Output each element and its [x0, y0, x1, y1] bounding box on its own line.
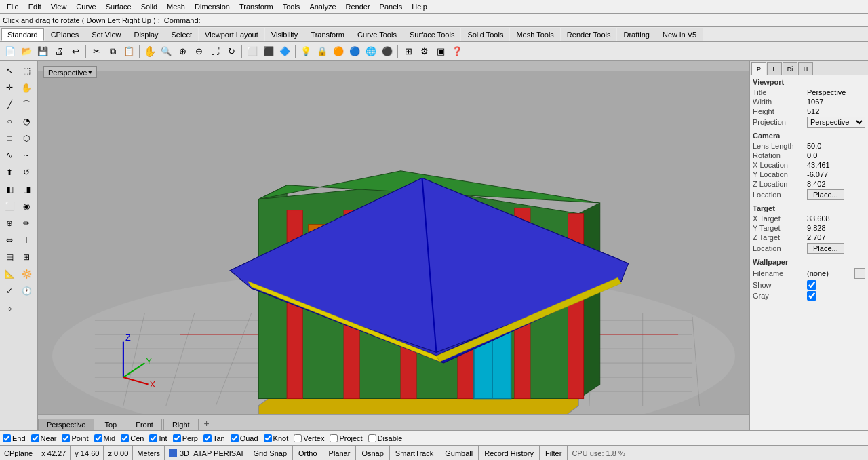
vp-tab-add[interactable]: +: [200, 417, 214, 430]
tb-rotate[interactable]: ↻: [224, 44, 239, 59]
tb-undo[interactable]: ↩: [68, 44, 83, 59]
grid-snap-btn[interactable]: Grid Snap: [248, 446, 294, 460]
vp-tab-perspective[interactable]: Perspective: [38, 419, 94, 430]
menu-mesh[interactable]: Mesh: [163, 2, 189, 12]
tb-shade-opt[interactable]: 🟠: [331, 44, 346, 59]
tab-drafting[interactable]: Drafting: [617, 28, 656, 41]
layer-indicator[interactable]: 3D_ATAP PERISAI: [165, 446, 248, 460]
osnap-tan[interactable]: Tan: [203, 434, 225, 442]
lt-revolve[interactable]: ↺: [18, 164, 35, 180]
panel-tab-properties[interactable]: P: [751, 62, 766, 75]
lt-surface1[interactable]: ◧: [1, 181, 18, 197]
lt-rect[interactable]: □: [1, 130, 18, 147]
tab-new-in-v5[interactable]: New in V5: [656, 28, 703, 41]
tb-open[interactable]: 📂: [19, 44, 34, 59]
tb-save[interactable]: 💾: [35, 44, 50, 59]
menu-view[interactable]: View: [47, 2, 71, 12]
osnap-quad-cb[interactable]: [231, 434, 239, 442]
prop-filename-browse-btn[interactable]: …: [854, 268, 865, 279]
osnap-disable-cb[interactable]: [368, 434, 376, 442]
lt-misc[interactable]: ⬦: [1, 300, 18, 316]
lt-freeform[interactable]: ~: [18, 147, 35, 164]
tb-wireframe[interactable]: ⬜: [245, 44, 260, 59]
osnap-quad[interactable]: Quad: [231, 434, 258, 442]
lt-select[interactable]: ↖: [1, 62, 18, 79]
osnap-vertex[interactable]: Vertex: [294, 434, 324, 442]
menu-tools[interactable]: Tools: [279, 2, 304, 12]
lt-render-btn[interactable]: 🔆: [18, 266, 35, 282]
osnap-point-cb[interactable]: [62, 434, 70, 442]
menu-panels[interactable]: Panels: [376, 2, 407, 12]
prop-cam-loc-btn[interactable]: Place...: [807, 189, 844, 200]
osnap-point[interactable]: Point: [62, 434, 88, 442]
lt-pan-vp[interactable]: ✋: [18, 79, 35, 96]
tab-visibility[interactable]: Visibility: [265, 28, 304, 41]
osnap-int[interactable]: Int: [149, 434, 167, 442]
tb-sphere-dark[interactable]: ⚫: [380, 44, 395, 59]
prop-gray-checkbox[interactable]: [807, 291, 816, 301]
lt-history[interactable]: 🕐: [18, 283, 35, 299]
tab-surface-tools[interactable]: Surface Tools: [403, 28, 460, 41]
lt-check[interactable]: ✓: [1, 283, 18, 299]
menu-edit[interactable]: Edit: [24, 2, 45, 12]
smart-track-btn[interactable]: SmartTrack: [390, 446, 439, 460]
tab-render-tools[interactable]: Render Tools: [561, 28, 617, 41]
lt-move[interactable]: ✛: [1, 79, 18, 96]
lt-line[interactable]: ╱: [1, 96, 18, 113]
lt-select-window[interactable]: ⬚: [18, 62, 35, 79]
tb-zoom-out[interactable]: ⊖: [191, 44, 206, 59]
lt-surface2[interactable]: ◨: [18, 181, 35, 197]
tb-help[interactable]: ❓: [450, 44, 465, 59]
lt-edit[interactable]: ✏: [18, 215, 35, 231]
vp-tab-top[interactable]: Top: [96, 419, 125, 430]
lt-boolean[interactable]: ⊕: [1, 215, 18, 231]
tab-setview[interactable]: Set View: [85, 28, 127, 41]
menu-dimension[interactable]: Dimension: [191, 2, 234, 12]
tb-viewport-opts[interactable]: ▣: [433, 44, 448, 59]
menu-analyze[interactable]: Analyze: [305, 2, 340, 12]
panel-tab-help[interactable]: H: [798, 62, 813, 75]
menu-transform[interactable]: Transform: [235, 2, 277, 12]
lt-block[interactable]: ⊞: [18, 249, 35, 265]
menu-render[interactable]: Render: [342, 2, 374, 12]
tab-mesh-tools[interactable]: Mesh Tools: [510, 28, 559, 41]
tb-copy[interactable]: ⧉: [105, 44, 120, 59]
tb-globe[interactable]: 🌐: [363, 44, 378, 59]
osnap-perp[interactable]: Perp: [173, 434, 198, 442]
tb-light[interactable]: 💡: [298, 44, 313, 59]
osnap-project-cb[interactable]: [330, 434, 338, 442]
tab-solid-tools[interactable]: Solid Tools: [461, 28, 509, 41]
tb-paste[interactable]: 📋: [121, 44, 136, 59]
prop-show-checkbox[interactable]: [807, 280, 816, 290]
tb-zoom-window[interactable]: 🔍: [159, 44, 174, 59]
osnap-btn[interactable]: Osnap: [356, 446, 389, 460]
panel-tab-layers[interactable]: L: [767, 62, 782, 75]
tb-grid[interactable]: ⊞: [401, 44, 416, 59]
lt-curve[interactable]: ∿: [1, 147, 18, 164]
prop-target-loc-btn[interactable]: Place...: [807, 243, 844, 254]
tab-display[interactable]: Display: [127, 28, 164, 41]
tab-curve-tools[interactable]: Curve Tools: [351, 28, 403, 41]
prop-projection-select[interactable]: Perspective Parallel: [807, 117, 865, 128]
osnap-disable[interactable]: Disable: [368, 434, 403, 442]
tb-zoom-in[interactable]: ⊕: [175, 44, 190, 59]
osnap-mid-cb[interactable]: [94, 434, 102, 442]
tb-pan[interactable]: ✋: [142, 44, 157, 59]
lt-hatch[interactable]: ▤: [1, 249, 18, 265]
osnap-end-cb[interactable]: [3, 434, 11, 442]
tab-cplanes[interactable]: CPlanes: [45, 28, 85, 41]
lt-polyline[interactable]: ⌒: [18, 96, 35, 113]
gumball-btn[interactable]: Gumball: [439, 446, 479, 460]
osnap-int-cb[interactable]: [149, 434, 157, 442]
lt-dim[interactable]: ⇔: [1, 232, 18, 248]
planar-btn[interactable]: Planar: [323, 446, 357, 460]
osnap-near[interactable]: Near: [31, 434, 57, 442]
tb-rendered[interactable]: 🔷: [277, 44, 292, 59]
osnap-knot[interactable]: Knot: [264, 434, 289, 442]
menu-curve[interactable]: Curve: [72, 2, 100, 12]
lt-box[interactable]: ⬜: [1, 198, 18, 214]
osnap-vertex-cb[interactable]: [294, 434, 302, 442]
lt-extrude[interactable]: ⬆: [1, 164, 18, 180]
menu-file[interactable]: File: [3, 2, 23, 12]
tb-print[interactable]: 🖨: [52, 44, 66, 59]
